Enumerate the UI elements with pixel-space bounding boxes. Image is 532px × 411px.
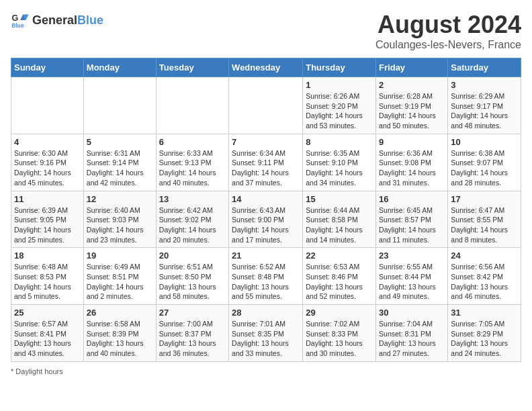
day-number: 11 (14, 194, 81, 204)
day-number: 5 (87, 137, 153, 147)
calendar-cell: 29Sunrise: 7:02 AM Sunset: 8:33 PM Dayli… (303, 305, 376, 362)
day-info: Sunrise: 6:57 AM Sunset: 8:41 PM Dayligh… (14, 319, 81, 359)
logo-general-text: General (32, 13, 77, 28)
calendar-cell: 24Sunrise: 6:56 AM Sunset: 8:42 PM Dayli… (448, 248, 521, 305)
day-number: 14 (232, 194, 300, 204)
subtitle: Coulanges-les-Nevers, France (375, 39, 521, 51)
weekday-header-monday: Monday (83, 58, 156, 77)
day-number: 31 (451, 308, 518, 318)
day-info: Sunrise: 6:29 AM Sunset: 9:17 PM Dayligh… (451, 91, 518, 131)
day-info: Sunrise: 6:45 AM Sunset: 8:57 PM Dayligh… (379, 205, 445, 245)
day-info: Sunrise: 6:33 AM Sunset: 9:13 PM Dayligh… (159, 148, 226, 188)
weekday-header-friday: Friday (376, 58, 448, 77)
calendar-cell: 20Sunrise: 6:51 AM Sunset: 8:50 PM Dayli… (156, 248, 228, 305)
day-info: Sunrise: 6:58 AM Sunset: 8:39 PM Dayligh… (87, 319, 153, 359)
calendar-cell: 12Sunrise: 6:40 AM Sunset: 9:03 PM Dayli… (83, 191, 156, 248)
weekday-header-sunday: Sunday (11, 58, 84, 77)
day-number: 9 (379, 137, 445, 147)
day-info: Sunrise: 7:01 AM Sunset: 8:35 PM Dayligh… (232, 319, 300, 359)
calendar-cell: 14Sunrise: 6:43 AM Sunset: 9:00 PM Dayli… (229, 191, 303, 248)
day-number: 15 (306, 194, 373, 204)
day-info: Sunrise: 6:43 AM Sunset: 9:00 PM Dayligh… (232, 205, 300, 245)
calendar-cell: 28Sunrise: 7:01 AM Sunset: 8:35 PM Dayli… (229, 305, 303, 362)
day-info: Sunrise: 6:34 AM Sunset: 9:11 PM Dayligh… (232, 148, 300, 188)
day-info: Sunrise: 6:53 AM Sunset: 8:46 PM Dayligh… (306, 262, 373, 302)
calendar-cell: 1Sunrise: 6:26 AM Sunset: 9:20 PM Daylig… (303, 77, 376, 134)
calendar-cell (83, 77, 156, 134)
day-number: 12 (87, 194, 153, 204)
day-info: Sunrise: 6:38 AM Sunset: 9:07 PM Dayligh… (451, 148, 518, 188)
day-number: 17 (451, 194, 518, 204)
calendar-cell: 19Sunrise: 6:49 AM Sunset: 8:51 PM Dayli… (83, 248, 156, 305)
day-info: Sunrise: 6:49 AM Sunset: 8:51 PM Dayligh… (87, 262, 153, 302)
day-info: Sunrise: 6:40 AM Sunset: 9:03 PM Dayligh… (87, 205, 153, 245)
main-title: August 2024 (375, 11, 521, 39)
day-info: Sunrise: 6:39 AM Sunset: 9:05 PM Dayligh… (14, 205, 81, 245)
day-info: Sunrise: 7:00 AM Sunset: 8:37 PM Dayligh… (159, 319, 226, 359)
day-number: 16 (379, 194, 445, 204)
header: G Blue General Blue August 2024 Coulange… (11, 11, 521, 51)
day-number: 18 (14, 250, 81, 261)
calendar-cell: 11Sunrise: 6:39 AM Sunset: 9:05 PM Dayli… (11, 191, 84, 248)
weekday-header-tuesday: Tuesday (156, 58, 228, 77)
day-info: Sunrise: 7:04 AM Sunset: 8:31 PM Dayligh… (379, 319, 445, 359)
logo-blue-text: Blue (77, 13, 103, 28)
calendar-cell: 10Sunrise: 6:38 AM Sunset: 9:07 PM Dayli… (448, 134, 521, 191)
day-number: 19 (87, 250, 153, 261)
calendar-cell: 2Sunrise: 6:28 AM Sunset: 9:19 PM Daylig… (376, 77, 448, 134)
calendar-cell: 18Sunrise: 6:48 AM Sunset: 8:53 PM Dayli… (11, 248, 84, 305)
day-info: Sunrise: 6:55 AM Sunset: 8:44 PM Dayligh… (379, 262, 445, 302)
calendar-cell: 4Sunrise: 6:30 AM Sunset: 9:16 PM Daylig… (11, 134, 84, 191)
calendar-cell: 6Sunrise: 6:33 AM Sunset: 9:13 PM Daylig… (156, 134, 228, 191)
calendar-cell (11, 77, 84, 134)
day-number: 21 (232, 250, 300, 261)
calendar-cell: 21Sunrise: 6:52 AM Sunset: 8:48 PM Dayli… (229, 248, 303, 305)
day-info: Sunrise: 6:48 AM Sunset: 8:53 PM Dayligh… (14, 262, 81, 302)
calendar-cell: 27Sunrise: 7:00 AM Sunset: 8:37 PM Dayli… (156, 305, 228, 362)
day-number: 1 (306, 80, 373, 90)
logo: G Blue General Blue (11, 11, 103, 30)
day-info: Sunrise: 6:28 AM Sunset: 9:19 PM Dayligh… (379, 91, 445, 131)
day-info: Sunrise: 6:31 AM Sunset: 9:14 PM Dayligh… (87, 148, 153, 188)
day-number: 23 (379, 250, 445, 261)
calendar-cell: 30Sunrise: 7:04 AM Sunset: 8:31 PM Dayli… (376, 305, 448, 362)
weekday-header-thursday: Thursday (303, 58, 376, 77)
calendar-cell: 7Sunrise: 6:34 AM Sunset: 9:11 PM Daylig… (229, 134, 303, 191)
calendar-cell (229, 77, 303, 134)
day-info: Sunrise: 6:36 AM Sunset: 9:08 PM Dayligh… (379, 148, 445, 188)
day-number: 24 (451, 250, 518, 261)
daylight-hours-note: Daylight hours (15, 367, 62, 375)
day-number: 30 (379, 308, 445, 318)
day-info: Sunrise: 6:35 AM Sunset: 9:10 PM Dayligh… (306, 148, 373, 188)
calendar-cell: 5Sunrise: 6:31 AM Sunset: 9:14 PM Daylig… (83, 134, 156, 191)
weekday-header-wednesday: Wednesday (229, 58, 303, 77)
day-info: Sunrise: 6:47 AM Sunset: 8:55 PM Dayligh… (451, 205, 518, 245)
calendar-cell: 9Sunrise: 6:36 AM Sunset: 9:08 PM Daylig… (376, 134, 448, 191)
day-number: 3 (451, 80, 518, 90)
calendar-cell: 8Sunrise: 6:35 AM Sunset: 9:10 PM Daylig… (303, 134, 376, 191)
day-info: Sunrise: 6:42 AM Sunset: 9:02 PM Dayligh… (159, 205, 226, 245)
calendar-table: SundayMondayTuesdayWednesdayThursdayFrid… (11, 58, 521, 362)
day-info: Sunrise: 7:05 AM Sunset: 8:29 PM Dayligh… (451, 319, 518, 359)
day-number: 20 (159, 250, 226, 261)
calendar-cell: 13Sunrise: 6:42 AM Sunset: 9:02 PM Dayli… (156, 191, 228, 248)
day-number: 4 (14, 137, 81, 147)
day-number: 6 (159, 137, 226, 147)
calendar-cell: 3Sunrise: 6:29 AM Sunset: 9:17 PM Daylig… (448, 77, 521, 134)
day-number: 29 (306, 308, 373, 318)
day-number: 10 (451, 137, 518, 147)
calendar-cell: 31Sunrise: 7:05 AM Sunset: 8:29 PM Dayli… (448, 305, 521, 362)
day-number: 27 (159, 308, 226, 318)
day-number: 22 (306, 250, 373, 261)
day-info: Sunrise: 6:30 AM Sunset: 9:16 PM Dayligh… (14, 148, 81, 188)
day-number: 26 (87, 308, 153, 318)
calendar-cell: 25Sunrise: 6:57 AM Sunset: 8:41 PM Dayli… (11, 305, 84, 362)
svg-text:Blue: Blue (11, 22, 24, 29)
day-number: 25 (14, 308, 81, 318)
day-number: 2 (379, 80, 445, 90)
day-number: 7 (232, 137, 300, 147)
logo-icon: G Blue (11, 11, 30, 30)
calendar-cell: 22Sunrise: 6:53 AM Sunset: 8:46 PM Dayli… (303, 248, 376, 305)
day-number: 13 (159, 194, 226, 204)
day-number: 28 (232, 308, 300, 318)
